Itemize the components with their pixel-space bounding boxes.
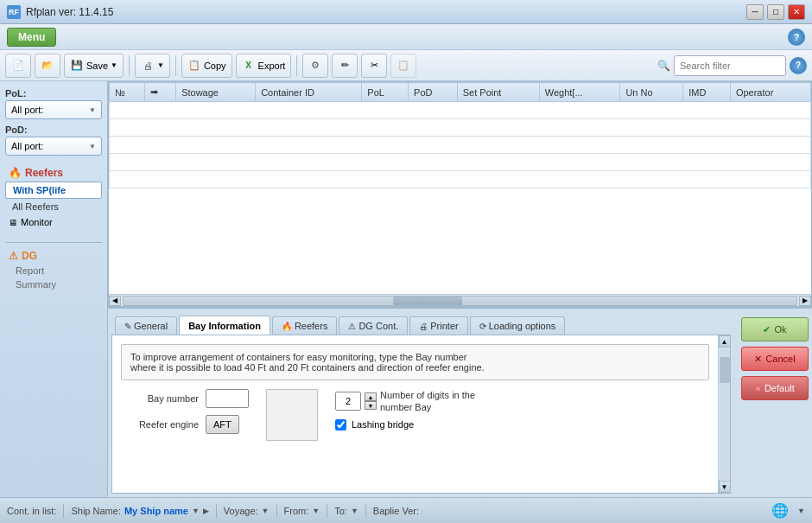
menu-help-button[interactable]: ? [788, 29, 805, 46]
tab-reefers[interactable]: 🔥 Reefers [272, 316, 338, 335]
export-button[interactable]: X Export [236, 54, 292, 78]
edit-icon: ✏ [338, 59, 352, 73]
col-un-no: Un No [620, 83, 683, 102]
bay-number-label: Bay number [121, 393, 199, 404]
paste-button[interactable]: 📋 [390, 54, 416, 78]
dg-header[interactable]: ⚠ DG [5, 248, 102, 264]
scroll-right-button[interactable]: ▶ [799, 296, 811, 306]
scroll-left-button[interactable]: ◀ [109, 296, 121, 306]
tab-loading-options[interactable]: ⟳ Loading options [470, 316, 566, 335]
minimize-button[interactable]: ─ [746, 4, 764, 20]
table-row [110, 171, 811, 188]
cont-in-list: Cont. in list: [7, 506, 56, 516]
paste-icon: 📋 [396, 59, 410, 73]
h-scrollbar-thumb[interactable] [393, 297, 462, 305]
horizontal-scrollbar[interactable]: ◀ ▶ [109, 294, 811, 306]
table-row [110, 137, 811, 154]
cancel-button[interactable]: ✕ Cancel [741, 347, 809, 371]
sidebar-item-report[interactable]: Report [5, 264, 102, 277]
save-button[interactable]: 💾 Save ▼ [64, 54, 124, 78]
sidebar-item-all-reefers[interactable]: All Reefers [5, 199, 102, 214]
ok-button[interactable]: ✔ Ok [741, 317, 809, 341]
from-label: From: [284, 506, 309, 516]
tab-bar: ✎ General Bay Information 🔥 Reefers [111, 312, 731, 335]
sidebar: PoL: All port: ▼ PoD: All port: ▼ 🔥 Reef… [0, 81, 108, 497]
pod-dropdown-arrow: ▼ [89, 143, 96, 150]
dg-icon: ⚠ [9, 250, 18, 262]
cut-button[interactable]: ✂ [361, 54, 387, 78]
toolbar-help-button[interactable]: ? [790, 57, 807, 74]
settings-arrow[interactable]: ▼ [797, 507, 805, 515]
spin-down-button[interactable]: ▼ [365, 401, 377, 410]
sidebar-item-summary[interactable]: Summary [5, 277, 102, 291]
bay-number-input[interactable] [206, 389, 249, 408]
voyage-dropdown-arrow[interactable]: ▼ [262, 507, 270, 515]
bay-info-description: To improve arrangement of containers for… [121, 344, 709, 380]
pod-label: PoD: [5, 124, 102, 135]
scroll-down-button[interactable]: ▼ [719, 481, 731, 493]
pod-dropdown[interactable]: All port: ▼ [5, 137, 102, 156]
dg-label: DG [22, 250, 37, 262]
open-button[interactable]: 📂 [35, 54, 60, 78]
spin-arrows: ▲ ▼ [365, 392, 377, 410]
digits-input[interactable] [335, 392, 361, 411]
tab-bay-information[interactable]: Bay Information [179, 316, 270, 335]
vertical-scrollbar[interactable]: ▲ ▼ [718, 335, 730, 493]
col-pol: PoL [362, 83, 409, 102]
search-icon: 🔍 [657, 60, 670, 72]
default-button[interactable]: ● Default [741, 376, 809, 400]
digits-spinner: ▲ ▼ Number of digits in thenumber Bay [335, 389, 475, 414]
save-label: Save [86, 61, 108, 71]
from-dropdown-arrow[interactable]: ▼ [312, 507, 320, 515]
title-controls: ─ □ ✕ [746, 4, 805, 20]
dg-tab-label: DG Cont. [358, 321, 398, 331]
save-dropdown-arrow[interactable]: ▼ [111, 61, 117, 69]
spin-up-button[interactable]: ▲ [365, 392, 377, 401]
ship-name-value[interactable]: My Ship name [124, 506, 188, 516]
tools-button[interactable]: ⚙ [302, 54, 328, 78]
tab-general[interactable]: ✎ General [115, 316, 177, 335]
table-area: № ➡ Stowage Container ID PoL PoD Set Poi… [108, 81, 812, 307]
new-button[interactable]: 📄 [5, 54, 31, 78]
print-dropdown-arrow[interactable]: ▼ [157, 61, 164, 69]
tab-printer[interactable]: 🖨 Printer [409, 316, 467, 335]
col-imd: IMD [683, 83, 731, 102]
ship-name-label: Ship Name: [71, 506, 120, 516]
aft-button[interactable]: AFT [206, 415, 239, 434]
scroll-up-button[interactable]: ▲ [719, 335, 731, 348]
to-dropdown-arrow[interactable]: ▼ [351, 507, 358, 515]
tools-icon: ⚙ [308, 59, 322, 73]
tab-content-area: To improve arrangement of containers for… [111, 335, 731, 494]
vscroll-thumb[interactable] [720, 357, 730, 383]
reefer-engine-label: Reefer engine [121, 419, 199, 430]
ship-dropdown-arrow[interactable]: ▼ [192, 507, 200, 515]
print-button[interactable]: 🖨 ▼ [135, 54, 170, 78]
col-weight: Weght[... [539, 83, 620, 102]
toolbar-separator-2 [175, 55, 176, 76]
cut-icon: ✂ [367, 59, 381, 73]
tab-dg-cont[interactable]: ⚠ DG Cont. [339, 316, 408, 335]
lashing-bridge-checkbox[interactable] [335, 419, 346, 431]
sidebar-item-with-sp[interactable]: With SP(life [5, 182, 102, 199]
copy-button[interactable]: 📋 Copy [181, 54, 232, 78]
bottom-panel-content: ✎ General Bay Information 🔥 Reefers [111, 312, 731, 494]
search-input[interactable] [674, 55, 786, 76]
table-row [110, 102, 811, 119]
bottom-panel: ✎ General Bay Information 🔥 Reefers [108, 307, 812, 497]
h-scrollbar-track[interactable] [123, 296, 797, 306]
edit-button[interactable]: ✏ [332, 54, 358, 78]
pol-dropdown[interactable]: All port: ▼ [5, 100, 102, 119]
status-sep-3 [276, 504, 277, 518]
reefers-header[interactable]: 🔥 Reefers [5, 164, 102, 182]
menu-button[interactable]: Menu [7, 28, 56, 47]
table-row [110, 154, 811, 171]
content-area: № ➡ Stowage Container ID PoL PoD Set Poi… [108, 81, 812, 497]
loading-options-tab-icon: ⟳ [479, 322, 486, 331]
maximize-button[interactable]: □ [767, 4, 784, 20]
close-button[interactable]: ✕ [788, 4, 805, 20]
status-sep-2 [216, 504, 217, 518]
globe-button[interactable]: 🌐 [770, 501, 790, 521]
sidebar-item-monitor[interactable]: 🖥 Monitor [5, 214, 102, 230]
table-container[interactable]: № ➡ Stowage Container ID PoL PoD Set Poi… [109, 82, 811, 294]
copy-label: Copy [204, 61, 226, 71]
